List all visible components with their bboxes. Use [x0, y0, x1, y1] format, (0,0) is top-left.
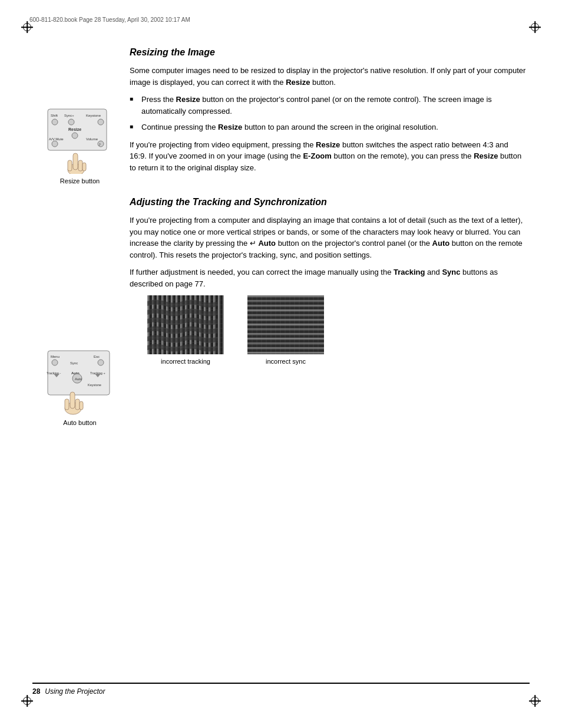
section2-heading: Adjusting the Tracking and Synchronizati… [130, 197, 527, 207]
svg-rect-16 [78, 160, 82, 171]
svg-point-23 [98, 360, 104, 365]
corner-marker-bl [21, 695, 33, 707]
svg-rect-82 [247, 328, 324, 330]
svg-rect-81 [247, 324, 324, 325]
section2-para2: If further adjustment is needed, you can… [130, 266, 527, 289]
svg-text:Esc: Esc [94, 355, 100, 358]
svg-rect-79 [247, 314, 324, 316]
svg-text:Shift: Shift [51, 114, 58, 117]
svg-point-11 [52, 141, 58, 147]
svg-point-4 [52, 119, 58, 125]
svg-rect-85 [247, 342, 324, 344]
svg-rect-84 [247, 338, 324, 340]
footer-text: Using the Projector [45, 687, 105, 696]
header-bar: 600-811-820.book Page 28 Tuesday, April … [29, 17, 533, 23]
svg-text:Auto: Auto [75, 377, 82, 381]
svg-rect-78 [247, 309, 324, 311]
sync-pattern-label: incorrect sync [266, 358, 306, 365]
section-tracking: Adjusting the Tracking and Synchronizati… [130, 197, 527, 365]
auto-button-figure: Menu Esc Sync Tracking - Auto Tracking +… [34, 348, 125, 426]
corner-marker-br [529, 695, 541, 707]
section1-bullet2: Continue pressing the Resize button to p… [130, 121, 527, 133]
svg-rect-75 [247, 295, 324, 297]
section1-bullet1: Press the Resize button on the projector… [130, 94, 527, 117]
section1-para2: If you're projecting from video equipmen… [130, 139, 527, 174]
auto-button-label: Auto button [34, 419, 125, 426]
svg-text:Sync: Sync [70, 361, 78, 365]
resize-button-figure: Shift Sync+ Keystone Resize A/V Mute Vol… [34, 106, 125, 185]
page-number: 28 [32, 687, 40, 696]
incorrect-sync-image [247, 295, 324, 354]
svg-rect-77 [247, 305, 324, 307]
svg-text:A/V Mute: A/V Mute [49, 137, 64, 141]
svg-point-6 [98, 119, 104, 125]
tracking-pattern-label: incorrect tracking [161, 358, 210, 365]
svg-rect-76 [247, 300, 324, 302]
section2-para1: If you're projecting from a computer and… [130, 215, 527, 261]
svg-point-22 [52, 360, 58, 365]
svg-rect-83 [247, 333, 324, 335]
svg-text:Menu: Menu [51, 355, 59, 358]
svg-point-5 [68, 119, 74, 125]
svg-rect-17 [68, 160, 72, 171]
svg-text:Keystone: Keystone [88, 383, 101, 387]
svg-rect-35 [75, 399, 80, 410]
svg-rect-18 [82, 163, 86, 171]
corner-marker-tl [21, 21, 33, 33]
svg-text:♪: ♪ [98, 141, 101, 147]
svg-rect-80 [247, 319, 324, 321]
section1-para1: Some computer images need to be resized … [130, 65, 527, 88]
svg-text:Keystone: Keystone [86, 114, 101, 117]
incorrect-tracking-image [147, 295, 224, 354]
svg-rect-36 [65, 399, 69, 410]
section-divider [130, 179, 527, 197]
svg-rect-15 [73, 153, 78, 170]
svg-text:Resize: Resize [68, 127, 81, 131]
auto-button-svg: Menu Esc Sync Tracking - Auto Tracking +… [42, 348, 118, 416]
corner-marker-tr [529, 21, 541, 33]
svg-rect-34 [70, 392, 75, 409]
footer: 28 Using the Projector [32, 683, 530, 696]
resize-button-label: Resize button [34, 177, 125, 185]
section-resizing: Resizing the Image Some computer images … [130, 47, 527, 173]
page: 600-811-820.book Page 28 Tuesday, April … [0, 0, 562, 728]
svg-rect-86 [247, 347, 324, 349]
svg-rect-87 [247, 352, 324, 354]
pattern-images: incorrect tracking [147, 295, 527, 365]
main-content: Resizing the Image Some computer images … [130, 47, 527, 669]
svg-rect-37 [80, 401, 83, 410]
pattern-sync-item: incorrect sync [247, 295, 324, 365]
svg-text:Volume: Volume [86, 137, 98, 141]
svg-point-8 [72, 133, 78, 139]
section1-heading: Resizing the Image [130, 47, 527, 58]
svg-text:Sync+: Sync+ [64, 114, 74, 117]
section1-bullets: Press the Resize button on the projector… [130, 94, 527, 133]
book-info: 600-811-820.book Page 28 Tuesday, April … [29, 17, 190, 23]
pattern-tracking-item: incorrect tracking [147, 295, 224, 365]
resize-button-svg: Shift Sync+ Keystone Resize A/V Mute Vol… [42, 106, 118, 174]
